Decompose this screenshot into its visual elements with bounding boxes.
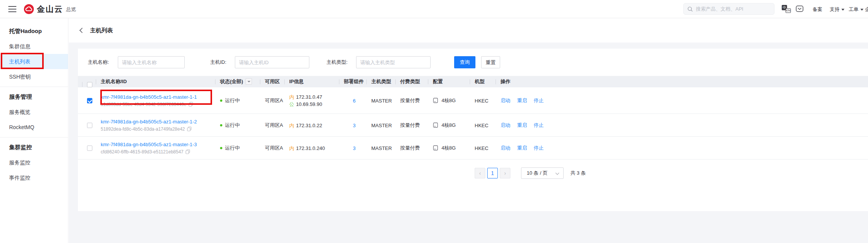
host-name-link[interactable]: kmr-7f4981da-gn-b4b505c5-az1-master-1-2 [101,119,197,125]
components-count-link[interactable]: 3 [344,122,364,128]
page-title: 主机列表 [90,27,113,34]
stop-action[interactable]: 停止 [534,145,543,151]
host-name-link[interactable]: kmr-7f4981da-gn-b4b505c5-az1-master-1-3 [101,142,197,147]
sidebar-item-ssh-key[interactable]: SSH密钥 [0,69,68,84]
col-host-type: 主机类型 [371,76,391,87]
restart-action[interactable]: 重启 [517,145,527,151]
host-id-label: 主机ID: [210,56,227,68]
restart-action[interactable]: 重启 [517,122,527,128]
language-toggle-icon[interactable]: 中 EN [782,5,791,13]
sidebar-item-host-list[interactable]: 主机列表 [0,54,68,69]
page-titlebar: 主机列表 [69,18,868,43]
machine-type-value: HKEC [475,98,488,103]
col-host-name-id: 主机名称/ID [101,76,127,87]
total-count-label: 共 3 条 [570,170,586,177]
console-screen: 金山云 总览 中 EN 备案 支持 工单 企业 托管Hadoop 集群信息 [0,0,868,243]
status-dot-icon [220,124,222,126]
start-action[interactable]: 启动 [501,98,510,103]
col-actions: 操作 [501,76,510,87]
main-content: 主机列表 主机名称: 主机ID: 主机类型: 查询 重置 主机名称/ID 状态(… [69,18,868,243]
host-config-icon [433,122,438,128]
search-icon [687,6,693,12]
search-input[interactable] [696,6,768,12]
col-az: 可用区 [265,76,280,87]
reset-button[interactable]: 重置 [481,56,500,68]
host-id: cfd86240-6ffb-4615-89d3-e51121eb8547 [101,149,197,155]
host-list-card: 主机名称: 主机ID: 主机类型: 查询 重置 主机名称/ID 状态(全部) 可… [78,49,868,211]
nav-overview-link[interactable]: 总览 [66,6,76,13]
copy-icon[interactable] [188,102,193,107]
host-type-value: MASTER [371,98,392,103]
nav-enterprise-clipped[interactable]: 企业 [865,6,868,13]
stop-action[interactable]: 停止 [534,122,543,128]
table-row: kmr-7f4981da-gn-b4b505c5-az1-master-1-1 … [78,87,868,114]
internal-ip-tag: 内 [289,145,294,151]
row-checkbox[interactable] [87,98,92,103]
host-config-icon [433,98,438,103]
internal-ip-tag: 内 [289,94,294,100]
nav-beian-link[interactable]: 备案 [813,6,822,13]
sidebar-item-event-monitor[interactable]: 事件监控 [0,170,68,185]
pay-type-value: 按量付费 [400,97,420,104]
row-checkbox[interactable] [87,123,92,128]
machine-type-value: HKEC [475,145,488,151]
host-config-icon [433,145,438,151]
select-all-checkbox[interactable] [87,82,92,87]
nav-workorder-menu[interactable]: 工单 [849,6,863,13]
sidebar-item-rocketmq[interactable]: RocketMQ [0,120,68,135]
status-filter-button[interactable] [246,78,252,85]
next-page-button[interactable]: › [500,168,510,178]
row-actions: 启动 重启 停止 [501,145,549,151]
ip-info: 内172.31.0.240 [289,144,325,151]
sidebar-section-hadoop: 托管Hadoop [0,24,68,39]
host-id: 51892dea-fd8c-4b5c-83da-a1749fa28e42 [101,126,197,132]
brand-logo[interactable]: 金山云 [24,4,63,14]
host-type-input[interactable] [356,56,431,68]
brand-name: 金山云 [37,4,63,14]
host-id: a1d803dd-55bc-49d4-9342-598f7263440e [101,102,197,107]
start-action[interactable]: 启动 [501,122,510,128]
restart-action[interactable]: 重启 [517,98,527,103]
sidebar: 托管Hadoop 集群信息 主机列表 SSH密钥 服务管理 服务概览 Rocke… [0,18,68,243]
components-count-link[interactable]: 3 [344,145,364,151]
config-value: 4核8G [433,122,456,129]
page-number-button[interactable]: 1 [487,168,498,178]
sidebar-section-cluster-monitor: 集群监控 [0,140,68,155]
status-dot-icon [220,99,222,102]
back-chevron-icon[interactable] [79,28,85,33]
sidebar-item-cluster-info[interactable]: 集群信息 [0,39,68,54]
sidebar-divider [0,137,68,137]
host-name-input[interactable] [118,56,185,68]
sidebar-item-service-monitor[interactable]: 服务监控 [0,155,68,170]
pagination: ‹ 1 › 10 条 / 页 共 3 条 [78,168,868,179]
copy-icon[interactable] [187,126,192,131]
start-action[interactable]: 启动 [501,145,510,151]
components-count-link[interactable]: 6 [344,98,364,103]
chevron-down-icon [841,9,844,11]
table-row: kmr-7f4981da-gn-b4b505c5-az1-master-1-3 … [78,137,868,159]
col-components: 部署组件 [344,76,364,87]
message-icon[interactable] [796,5,803,14]
copy-icon[interactable] [185,149,190,154]
hamburger-menu-icon[interactable] [8,6,16,12]
prev-page-button[interactable]: ‹ [475,168,485,178]
stop-action[interactable]: 停止 [534,98,543,103]
host-type-value: MASTER [371,145,392,151]
internal-ip-tag: 内 [289,122,294,128]
chevron-down-icon [860,9,863,11]
status-badge: 运行中 [220,145,240,151]
nav-support-menu[interactable]: 支持 [830,6,844,13]
host-name-link[interactable]: kmr-7f4981da-gn-b4b505c5-az1-master-1-1 [101,94,197,100]
sidebar-item-service-overview[interactable]: 服务概览 [0,104,68,120]
global-search[interactable] [683,3,775,15]
host-type-label: 主机类型: [326,56,348,68]
status-badge: 运行中 [220,97,240,104]
config-value: 4核8G [433,145,456,151]
query-button[interactable]: 查询 [454,56,475,68]
col-status: 状态(全部) [220,76,252,87]
page-size-select[interactable]: 10 条 / 页 [521,167,564,179]
ip-info: 内172.31.0.47 公10.69.59.90 [289,93,322,108]
host-id-input[interactable] [235,56,309,68]
row-checkbox[interactable] [87,145,92,151]
table-header: 主机名称/ID 状态(全部) 可用区 IP信息 部署组件 主机类型 付费类型 配… [78,76,868,87]
